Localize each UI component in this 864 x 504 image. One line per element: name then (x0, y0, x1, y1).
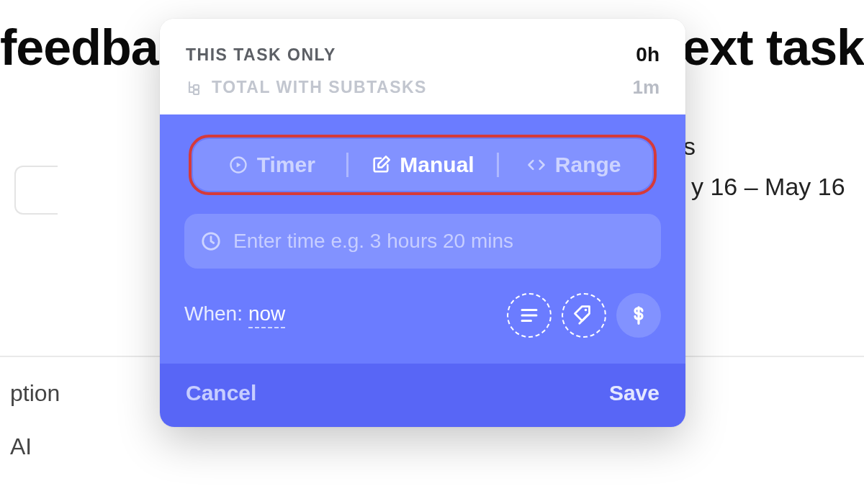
this-task-only-value: 0h (636, 43, 660, 66)
cancel-button[interactable]: Cancel (186, 381, 256, 405)
add-tags-button[interactable] (562, 293, 606, 338)
svg-rect-1 (194, 90, 199, 94)
clock-icon (200, 230, 222, 252)
mode-segmented-highlight: Timer Manual (189, 135, 657, 195)
dollar-icon (628, 305, 649, 326)
bg-dates-frag2: y 16 – May 16 (691, 173, 845, 201)
time-input[interactable]: Enter time e.g. 3 hours 20 mins (184, 214, 661, 269)
mode-segmented-control: Timer Manual (193, 139, 652, 191)
popover-footer: Cancel Save (160, 364, 685, 427)
svg-rect-0 (194, 85, 199, 89)
bg-input-stub (14, 166, 58, 215)
bg-title-left: feedba (0, 19, 158, 76)
tags-icon (573, 305, 595, 326)
popover-body: Timer Manual (160, 114, 685, 364)
tab-timer[interactable]: Timer (197, 139, 346, 191)
tab-timer-label: Timer (257, 153, 315, 177)
tab-range-label: Range (555, 153, 621, 177)
notes-icon (518, 305, 540, 326)
when-value[interactable]: now (248, 302, 285, 328)
billable-button[interactable] (616, 293, 661, 338)
when-label: When: (184, 302, 243, 325)
tab-manual[interactable]: Manual (348, 139, 498, 191)
save-button[interactable]: Save (609, 381, 660, 405)
play-circle-icon (228, 155, 248, 175)
tab-manual-label: Manual (400, 153, 474, 177)
total-with-subtasks-value: 1m (632, 76, 660, 99)
tab-range[interactable]: Range (499, 139, 648, 191)
svg-point-4 (585, 309, 588, 312)
bg-title-right: ext task (682, 19, 864, 76)
bg-ai-frag: AI (10, 433, 32, 460)
popover-header: THIS TASK ONLY 0h TOTAL WITH SUBTASKS 1m (160, 19, 685, 114)
time-tracking-popover: THIS TASK ONLY 0h TOTAL WITH SUBTASKS 1m (160, 19, 685, 427)
when-row: When: now (184, 293, 661, 356)
bg-description-frag: ption (10, 380, 60, 407)
this-task-only-label: THIS TASK ONLY (186, 45, 336, 65)
time-input-placeholder: Enter time e.g. 3 hours 20 mins (233, 230, 513, 253)
edit-square-icon (371, 155, 391, 175)
range-arrows-icon (526, 155, 546, 175)
subtask-tree-icon (186, 79, 203, 96)
total-with-subtasks-label: TOTAL WITH SUBTASKS (212, 78, 427, 97)
add-note-button[interactable] (507, 293, 552, 338)
